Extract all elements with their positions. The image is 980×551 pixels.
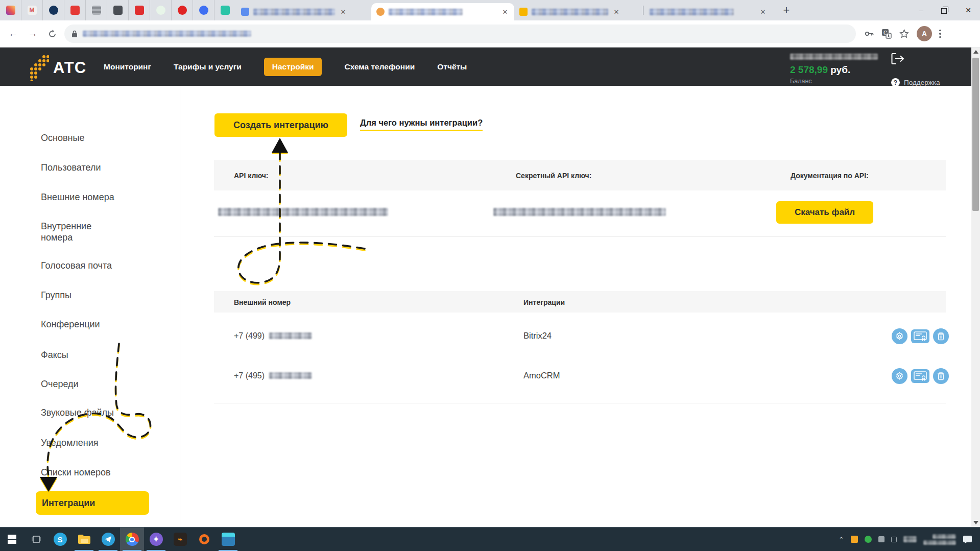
divider bbox=[214, 403, 946, 403]
pinned-tab[interactable] bbox=[0, 0, 21, 20]
scroll-down-icon[interactable] bbox=[973, 521, 978, 524]
tray-icon-green[interactable] bbox=[865, 536, 872, 543]
pinned-tab[interactable] bbox=[214, 0, 236, 20]
password-key-icon[interactable] bbox=[864, 29, 874, 39]
logout-icon[interactable] bbox=[891, 53, 904, 65]
pinned-tab[interactable] bbox=[86, 0, 107, 20]
taskbar-app-chrome[interactable] bbox=[120, 528, 144, 551]
sidebar-item-faksy[interactable]: Факсы bbox=[41, 349, 140, 361]
tray-icon-gray2[interactable] bbox=[891, 537, 897, 542]
taskbar-app-ring[interactable] bbox=[192, 528, 216, 551]
nav-reports[interactable]: Отчёты bbox=[437, 62, 467, 71]
row-license-button[interactable] bbox=[911, 329, 929, 343]
row-delete-button[interactable] bbox=[933, 368, 949, 384]
taskbar-app-blue[interactable] bbox=[216, 528, 240, 551]
pinned-tab[interactable] bbox=[193, 0, 214, 20]
taskbar-app-purple[interactable]: ✦ bbox=[144, 528, 168, 551]
masked-number-suffix bbox=[269, 332, 312, 339]
sidebar-item-uvedomleniya[interactable]: Уведомления bbox=[41, 437, 140, 448]
sidebar-item-zvukovye[interactable]: Звуковые файлы bbox=[41, 407, 140, 418]
tab-close-icon[interactable]: ✕ bbox=[759, 8, 767, 16]
masked-number-suffix bbox=[269, 372, 312, 379]
atc-logo[interactable]: АТС bbox=[29, 55, 86, 81]
bookmark-star-icon[interactable] bbox=[899, 29, 910, 39]
row-license-button[interactable] bbox=[911, 369, 929, 383]
tab-close-icon[interactable]: ✕ bbox=[501, 8, 509, 16]
nav-telephony-scheme[interactable]: Схема телефонии bbox=[344, 62, 415, 71]
site-header: АТС Мониторинг Тарифы и услуги Настройки… bbox=[0, 47, 980, 86]
sidebar-item-integracii[interactable]: Интеграции bbox=[36, 491, 149, 515]
pinned-tab[interactable] bbox=[172, 0, 193, 20]
tab-inactive-3[interactable]: ✕ bbox=[644, 3, 772, 20]
site-favicon bbox=[70, 6, 80, 15]
task-view-button[interactable] bbox=[24, 528, 48, 551]
download-file-button[interactable]: Скачать файл bbox=[776, 201, 873, 224]
site-favicon bbox=[156, 6, 165, 15]
tray-icon-gray1[interactable] bbox=[878, 536, 885, 542]
taskbar-app-skype[interactable]: S bbox=[48, 528, 72, 551]
translate-icon[interactable]: G bbox=[881, 29, 892, 39]
sidebar-item-ocheredi[interactable]: Очереди bbox=[41, 378, 140, 390]
window-restore-button[interactable] bbox=[933, 0, 957, 20]
site-favicon bbox=[178, 6, 187, 15]
tray-chevron-icon[interactable]: ⌃ bbox=[839, 536, 844, 543]
scroll-up-icon[interactable] bbox=[973, 50, 978, 54]
tab-active[interactable]: ✕ bbox=[371, 3, 514, 20]
page-scrollbar[interactable] bbox=[971, 47, 980, 527]
gear-icon bbox=[895, 372, 904, 380]
row-settings-button[interactable] bbox=[892, 368, 907, 384]
create-integration-button[interactable]: Создать интеграцию bbox=[214, 113, 347, 137]
taskbar-app-telegram[interactable] bbox=[96, 528, 120, 551]
taskbar-clock[interactable] bbox=[923, 534, 956, 545]
browser-tabstrip: M ✕ ✕ ✕ ✕ bbox=[0, 0, 980, 20]
tray-icon-orange[interactable] bbox=[851, 536, 858, 543]
notification-center-icon[interactable] bbox=[963, 535, 973, 543]
site-favicon bbox=[6, 6, 15, 15]
start-button[interactable] bbox=[0, 528, 24, 551]
back-button[interactable]: ← bbox=[6, 27, 20, 41]
tab-close-icon[interactable]: ✕ bbox=[339, 8, 347, 16]
sidebar-item-konferencii[interactable]: Конференции bbox=[41, 319, 140, 330]
pinned-tab[interactable] bbox=[64, 0, 86, 20]
secret-key-label: Секретный API ключ: bbox=[516, 172, 591, 180]
window-minimize-button[interactable]: – bbox=[910, 0, 933, 20]
tab-close-icon[interactable]: ✕ bbox=[612, 8, 620, 16]
tab-inactive-1[interactable]: ✕ bbox=[236, 3, 371, 20]
sidebar-item-spiski[interactable]: Списки номеров bbox=[41, 467, 140, 478]
pinned-tab[interactable] bbox=[150, 0, 172, 20]
browser-menu-icon[interactable] bbox=[939, 30, 941, 38]
system-tray: ⌃ bbox=[839, 534, 980, 545]
pinned-tab[interactable] bbox=[129, 0, 150, 20]
address-bar[interactable] bbox=[64, 25, 856, 43]
pinned-tab[interactable] bbox=[107, 0, 129, 20]
site-favicon bbox=[135, 6, 144, 15]
profile-avatar[interactable]: A bbox=[917, 26, 932, 41]
gear-icon bbox=[895, 332, 904, 341]
scrollbar-thumb[interactable] bbox=[972, 58, 979, 211]
nav-settings[interactable]: Настройки bbox=[264, 58, 322, 76]
pinned-tab[interactable] bbox=[43, 0, 64, 20]
masked-language-indicator[interactable] bbox=[903, 536, 917, 542]
masked-tab-title bbox=[253, 9, 335, 15]
sidebar-item-osnovnye[interactable]: Основные bbox=[41, 132, 140, 143]
window-close-button[interactable]: ✕ bbox=[957, 0, 980, 20]
table-row: +7 (495) AmoCRM bbox=[214, 370, 946, 387]
sidebar-item-vnutrennie[interactable]: Внутренние номера bbox=[41, 221, 117, 243]
license-card-icon bbox=[914, 331, 927, 341]
nav-monitoring[interactable]: Мониторинг bbox=[104, 62, 151, 71]
reload-button[interactable] bbox=[45, 27, 59, 41]
why-integrations-link[interactable]: Для чего нужны интеграции? bbox=[360, 118, 483, 131]
tab-inactive-2[interactable]: ✕ bbox=[514, 3, 642, 20]
sidebar-item-polzovateli[interactable]: Пользователи bbox=[41, 162, 140, 173]
taskbar-app-explorer[interactable] bbox=[72, 528, 96, 551]
sidebar-item-vneshnie[interactable]: Внешние номера bbox=[41, 191, 140, 203]
sidebar-item-golosovaya[interactable]: Голосовая почта bbox=[41, 260, 140, 271]
new-tab-button[interactable]: + bbox=[779, 3, 794, 17]
forward-button[interactable]: → bbox=[26, 27, 40, 41]
sidebar-item-gruppy[interactable]: Группы bbox=[41, 290, 140, 301]
row-delete-button[interactable] bbox=[933, 328, 949, 344]
row-settings-button[interactable] bbox=[892, 328, 907, 344]
pinned-tab[interactable]: M bbox=[21, 0, 43, 20]
taskbar-app-orange[interactable]: ⌁ bbox=[168, 528, 192, 551]
nav-tariffs[interactable]: Тарифы и услуги bbox=[174, 62, 242, 71]
